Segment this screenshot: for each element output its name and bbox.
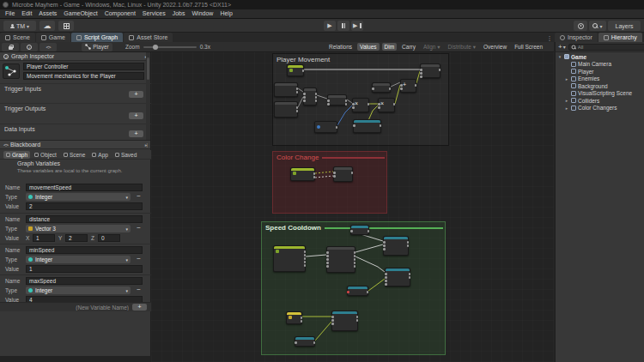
lock-toggle[interactable] bbox=[2, 43, 19, 51]
input-port[interactable] bbox=[383, 241, 386, 244]
input-port[interactable] bbox=[326, 251, 329, 254]
toggle-values[interactable]: Values bbox=[357, 43, 379, 51]
hierarchy-item-main-camera[interactable]: Main Camera bbox=[556, 61, 644, 69]
search-button[interactable]: ▾ bbox=[589, 21, 606, 31]
output-port[interactable] bbox=[367, 291, 369, 293]
graph-node[interactable]: × bbox=[352, 98, 369, 112]
input-port[interactable] bbox=[385, 276, 387, 279]
output-port[interactable] bbox=[409, 273, 411, 275]
menu-edit[interactable]: Edit bbox=[18, 9, 35, 18]
add-trigger-inputs-button[interactable]: + bbox=[129, 91, 143, 98]
variable-name-input[interactable] bbox=[26, 215, 143, 223]
graph-node[interactable] bbox=[274, 82, 298, 97]
input-port[interactable] bbox=[327, 103, 330, 106]
graph-node[interactable]: × bbox=[378, 98, 395, 112]
play-button[interactable]: ▶ bbox=[324, 21, 336, 31]
dock-icon[interactable]: ▸| bbox=[145, 142, 147, 148]
variable-name-input[interactable] bbox=[26, 277, 143, 285]
input-port[interactable] bbox=[303, 100, 306, 102]
graph-node[interactable] bbox=[290, 167, 315, 181]
graph-title-field[interactable] bbox=[23, 63, 144, 70]
output-port[interactable] bbox=[354, 258, 356, 261]
menu-help[interactable]: Help bbox=[216, 9, 235, 18]
graph-node[interactable] bbox=[326, 246, 355, 273]
undo-history-button[interactable] bbox=[574, 21, 587, 31]
input-port[interactable] bbox=[333, 172, 336, 174]
output-port[interactable] bbox=[415, 84, 417, 87]
hierarchy-item-color-changers[interactable]: ▸Color Changers bbox=[556, 105, 644, 112]
remove-variable-button[interactable]: − bbox=[135, 256, 143, 263]
zoom-slider[interactable] bbox=[143, 46, 197, 48]
toggle-distribute[interactable]: Distribute ▾ bbox=[446, 43, 479, 51]
output-port[interactable] bbox=[345, 103, 348, 106]
output-port[interactable] bbox=[368, 103, 370, 106]
output-port[interactable] bbox=[407, 241, 410, 244]
output-port[interactable] bbox=[315, 96, 318, 99]
graph-node[interactable] bbox=[350, 225, 369, 235]
input-port[interactable] bbox=[295, 341, 297, 344]
graph-node[interactable] bbox=[295, 336, 315, 347]
menu-jobs[interactable]: Jobs bbox=[169, 9, 189, 18]
input-port[interactable] bbox=[372, 87, 374, 90]
kebab-menu-icon[interactable]: ⋮ bbox=[546, 34, 553, 42]
services-button[interactable] bbox=[58, 21, 74, 31]
variable-value-input[interactable] bbox=[26, 202, 143, 210]
input-port[interactable] bbox=[350, 230, 353, 232]
remove-variable-button[interactable]: − bbox=[135, 193, 143, 201]
output-port[interactable] bbox=[356, 319, 359, 322]
toggle-full-screen[interactable]: Full Screen bbox=[512, 43, 545, 51]
variable-value-input[interactable] bbox=[26, 265, 143, 273]
blackboard-tab-scene[interactable]: Scene bbox=[61, 151, 88, 159]
variable-type-dropdown[interactable]: Integer▾ bbox=[26, 287, 131, 294]
input-port[interactable] bbox=[385, 280, 387, 282]
variable-type-dropdown[interactable]: Vector 3▾ bbox=[26, 225, 131, 232]
hierarchy-search[interactable] bbox=[568, 44, 644, 51]
scrollbar[interactable] bbox=[146, 52, 150, 140]
graph-canvas[interactable]: Player MovementColor ChangeSpeed Cooldow… bbox=[151, 52, 554, 362]
output-port[interactable] bbox=[304, 254, 307, 256]
graph-node[interactable] bbox=[420, 63, 440, 78]
tab-script-graph[interactable]: Script Graph bbox=[71, 33, 123, 42]
hierarchy-item-colliders[interactable]: ▸Colliders bbox=[556, 97, 644, 105]
input-port[interactable] bbox=[326, 265, 329, 268]
output-port[interactable] bbox=[313, 176, 316, 178]
graph-node[interactable] bbox=[347, 286, 368, 296]
remove-variable-button[interactable]: − bbox=[135, 225, 143, 232]
output-port[interactable] bbox=[409, 276, 411, 279]
graph-node[interactable]: + bbox=[400, 79, 416, 93]
hierarchy-search-input[interactable] bbox=[578, 45, 644, 50]
layers-button[interactable]: Layers bbox=[608, 21, 641, 31]
input-port[interactable] bbox=[385, 283, 387, 286]
blackboard-tab-app[interactable]: App bbox=[89, 151, 111, 159]
axis-x-input[interactable] bbox=[33, 234, 55, 242]
input-port[interactable] bbox=[420, 72, 422, 75]
graph-node[interactable] bbox=[287, 64, 304, 76]
output-port[interactable] bbox=[304, 250, 307, 253]
output-port[interactable] bbox=[380, 124, 382, 127]
input-port[interactable] bbox=[383, 244, 386, 247]
output-port[interactable] bbox=[389, 87, 392, 90]
add-trigger-outputs-button[interactable]: + bbox=[129, 112, 143, 119]
input-port[interactable] bbox=[383, 248, 386, 250]
input-port[interactable] bbox=[352, 106, 355, 109]
account-button[interactable]: TM ▾ bbox=[3, 21, 36, 31]
input-port[interactable] bbox=[378, 106, 380, 109]
variable-name-input[interactable] bbox=[26, 246, 143, 254]
zoom-slider-knob[interactable] bbox=[153, 45, 158, 50]
graph-node[interactable] bbox=[273, 245, 306, 272]
graph-node[interactable] bbox=[327, 94, 347, 106]
output-port[interactable] bbox=[313, 172, 316, 175]
graph-node[interactable] bbox=[331, 311, 358, 331]
graph-node[interactable] bbox=[314, 121, 337, 133]
toggle-dim[interactable]: Dim bbox=[382, 43, 398, 51]
output-port[interactable] bbox=[354, 262, 356, 264]
graph-node[interactable] bbox=[333, 166, 353, 182]
graph-node[interactable] bbox=[385, 268, 410, 287]
menu-file[interactable]: File bbox=[2, 9, 18, 18]
hierarchy-item-visualscripting-scene[interactable]: VisualScripting Scene bbox=[556, 90, 644, 98]
output-port[interactable] bbox=[351, 172, 354, 174]
output-port[interactable] bbox=[304, 261, 307, 263]
expand-collapsed-icon[interactable]: ▸ bbox=[564, 106, 569, 111]
tab-hierarchy[interactable]: Hierarchy bbox=[598, 33, 642, 42]
output-port[interactable] bbox=[315, 100, 318, 102]
